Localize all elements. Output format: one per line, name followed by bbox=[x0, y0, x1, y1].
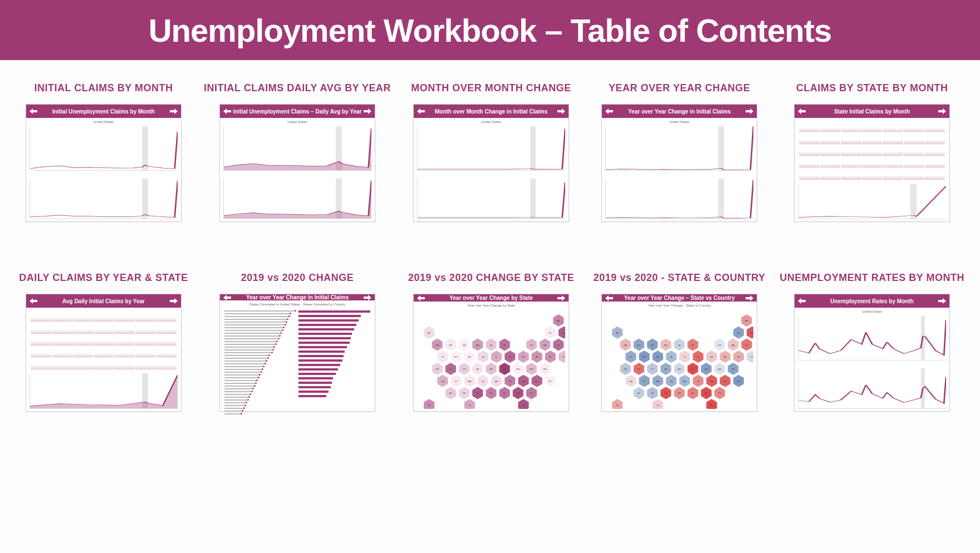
svg-text:NJ: NJ bbox=[737, 356, 740, 358]
card-title: 2019 vs 2020 CHANGE BY STATE bbox=[408, 272, 574, 284]
svg-text:AR: AR bbox=[495, 380, 498, 383]
svg-text:AL: AL bbox=[692, 392, 695, 395]
svg-text:AK: AK bbox=[428, 332, 431, 334]
svg-text:MA: MA bbox=[543, 344, 547, 347]
svg-text:FL: FL bbox=[522, 404, 525, 407]
card-thumbnail[interactable]: Year over Year Change in Initial Claims … bbox=[601, 104, 757, 222]
svg-text:OH: OH bbox=[522, 356, 525, 358]
svg-text:AZ: AZ bbox=[449, 392, 453, 395]
svg-text:MD: MD bbox=[530, 368, 533, 371]
toc-card[interactable]: UNEMPLOYMENT RATES BY MONTH Unemployment… bbox=[780, 272, 964, 412]
prev-arrow-icon[interactable] bbox=[605, 108, 613, 114]
card-thumbnail[interactable]: Year over Year Change – State vs Country… bbox=[601, 294, 757, 412]
svg-text:NC: NC bbox=[535, 380, 538, 383]
svg-text:MO: MO bbox=[489, 368, 493, 371]
svg-text:NJ: NJ bbox=[549, 356, 552, 358]
toc-card[interactable]: DAILY CLAIMS BY YEAR & STATE Avg Daily I… bbox=[16, 272, 192, 412]
svg-text:RI: RI bbox=[746, 344, 748, 347]
thumb-title: Unemployment Rates by Month bbox=[806, 298, 938, 304]
prev-arrow-icon[interactable] bbox=[417, 108, 425, 114]
svg-text:HI: HI bbox=[616, 404, 619, 407]
svg-text:MS: MS bbox=[489, 392, 493, 395]
thumb-title: Initial Unemployment Claims – Daily Avg … bbox=[231, 108, 364, 115]
next-arrow-icon[interactable] bbox=[746, 108, 753, 114]
toc-card[interactable]: 2019 vs 2020 CHANGE Year over Year Chang… bbox=[204, 272, 391, 412]
next-arrow-icon[interactable] bbox=[170, 108, 178, 114]
svg-text:NV: NV bbox=[449, 368, 453, 371]
svg-text:CT: CT bbox=[751, 356, 753, 358]
svg-text:MA: MA bbox=[732, 344, 735, 347]
svg-text:TN: TN bbox=[697, 380, 699, 383]
thumb-body: States Compared to United States States … bbox=[220, 300, 375, 418]
toc-card[interactable]: MONTH OVER MONTH CHANGE Month over Month… bbox=[403, 82, 579, 222]
prev-arrow-icon[interactable] bbox=[798, 298, 806, 304]
card-thumbnail[interactable]: Year over Year Change by State Year over… bbox=[413, 294, 569, 412]
card-title: UNEMPLOYMENT RATES BY MONTH bbox=[780, 272, 964, 284]
thumb-body: United States bbox=[602, 118, 757, 221]
thumb-title: Year over Year Change – State vs Country bbox=[613, 295, 746, 301]
svg-text:FL: FL bbox=[710, 404, 713, 407]
svg-text:CO: CO bbox=[463, 368, 466, 371]
toc-card[interactable]: CLAIMS BY STATE BY MONTH State Initial C… bbox=[780, 82, 964, 222]
svg-text:WY: WY bbox=[454, 356, 458, 358]
card-thumbnail[interactable]: Avg Daily Initial Claims by Year bbox=[26, 294, 182, 412]
thumb-body bbox=[795, 118, 949, 221]
thumb-header: Avg Daily Initial Claims by Year bbox=[26, 294, 181, 308]
svg-text:GA: GA bbox=[517, 392, 520, 395]
svg-text:KY: KY bbox=[692, 368, 695, 371]
toc-card[interactable]: 2019 vs 2020 CHANGE BY STATE Year over Y… bbox=[403, 272, 579, 412]
svg-text:VA: VA bbox=[710, 380, 713, 383]
card-thumbnail[interactable]: Initial Unemployment Claims – Daily Avg … bbox=[219, 104, 375, 222]
next-arrow-icon[interactable] bbox=[364, 295, 371, 300]
svg-text:AL: AL bbox=[503, 392, 507, 395]
svg-text:ME: ME bbox=[557, 319, 560, 322]
header-banner: Unemployment Workbook – Table of Content… bbox=[0, 0, 980, 60]
next-arrow-icon[interactable] bbox=[938, 298, 946, 304]
svg-text:UT: UT bbox=[455, 380, 458, 383]
card-thumbnail[interactable]: Initial Unemployment Claims by Month Uni… bbox=[26, 104, 182, 222]
prev-arrow-icon[interactable] bbox=[605, 295, 613, 301]
prev-arrow-icon[interactable] bbox=[223, 108, 231, 114]
toc-card[interactable]: 2019 vs 2020 - STATE & COUNTRY Year over… bbox=[591, 272, 767, 412]
svg-text:NC: NC bbox=[723, 380, 727, 383]
prev-arrow-icon[interactable] bbox=[223, 295, 231, 300]
next-arrow-icon[interactable] bbox=[746, 295, 753, 301]
toc-card[interactable]: INITIAL CLAIMS BY MONTH Initial Unemploy… bbox=[16, 82, 192, 222]
toc-card[interactable]: YEAR OVER YEAR CHANGE Year over Year Cha… bbox=[591, 82, 767, 222]
svg-text:MI: MI bbox=[503, 344, 506, 347]
card-thumbnail[interactable]: Month over Month Change in Initial Claim… bbox=[413, 104, 569, 222]
page-title: Unemployment Workbook – Table of Content… bbox=[149, 12, 832, 49]
svg-text:DE: DE bbox=[543, 368, 547, 371]
thumb-header: Year over Year Change in Initial Claims bbox=[602, 105, 757, 118]
next-arrow-icon[interactable] bbox=[938, 108, 946, 114]
svg-text:LA: LA bbox=[476, 392, 479, 395]
svg-text:HI: HI bbox=[428, 404, 430, 407]
thumb-body: United States bbox=[414, 118, 569, 221]
svg-text:VT: VT bbox=[737, 332, 741, 334]
prev-arrow-icon[interactable] bbox=[417, 295, 425, 301]
thumb-title: State Initial Claims by Month bbox=[806, 108, 938, 115]
prev-arrow-icon[interactable] bbox=[30, 298, 37, 304]
thumb-title: Avg Daily Initial Claims by Year bbox=[37, 298, 170, 304]
svg-text:ME: ME bbox=[745, 319, 748, 322]
prev-arrow-icon[interactable] bbox=[30, 108, 37, 114]
svg-text:TX: TX bbox=[656, 404, 659, 407]
svg-text:ID: ID bbox=[630, 356, 632, 358]
svg-text:CA: CA bbox=[441, 380, 444, 383]
toc-card[interactable]: INITIAL CLAIMS DAILY AVG BY YEAR Initial… bbox=[204, 82, 391, 222]
thumb-header: Initial Unemployment Claims by Month bbox=[26, 105, 181, 118]
svg-text:CA: CA bbox=[629, 380, 633, 383]
svg-text:MO: MO bbox=[678, 368, 682, 371]
svg-text:OR: OR bbox=[435, 368, 439, 371]
next-arrow-icon[interactable] bbox=[557, 295, 565, 301]
svg-text:OH: OH bbox=[710, 356, 713, 358]
prev-arrow-icon[interactable] bbox=[798, 108, 806, 114]
next-arrow-icon[interactable] bbox=[557, 108, 565, 114]
card-thumbnail[interactable]: Unemployment Rates by Month United State… bbox=[794, 294, 950, 412]
next-arrow-icon[interactable] bbox=[170, 298, 178, 304]
card-thumbnail[interactable]: State Initial Claims by Month bbox=[794, 104, 950, 222]
next-arrow-icon[interactable] bbox=[364, 108, 371, 114]
card-thumbnail[interactable]: Year over Year Change in Initial Claims … bbox=[219, 294, 375, 412]
svg-text:KS: KS bbox=[670, 380, 673, 383]
toc-grid: INITIAL CLAIMS BY MONTH Initial Unemploy… bbox=[0, 60, 980, 417]
